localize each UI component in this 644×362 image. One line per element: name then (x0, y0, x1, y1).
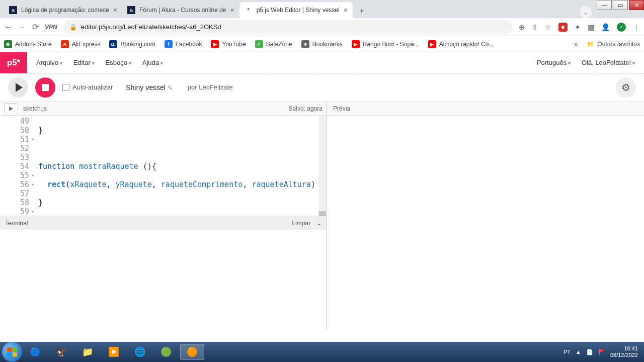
user-menu[interactable]: Olá, LeoFelizate! (582, 59, 635, 66)
tray-clock[interactable]: 16:41 08/12/2022 (610, 345, 638, 358)
sidebar-toggle[interactable]: ▶ (4, 103, 18, 114)
other-bookmarks[interactable]: 📁Outros favoritos (587, 41, 640, 48)
forward-button[interactable]: → (18, 23, 26, 32)
language-dropdown[interactable]: Português (537, 59, 571, 66)
scroll-thumb[interactable] (319, 211, 326, 216)
tab-favicon: a (127, 6, 135, 14)
tab-title: Fórum | Alura - Cursos online de (139, 7, 226, 14)
tray-lang[interactable]: PT (564, 349, 571, 355)
tab-favicon: a (9, 6, 17, 14)
taskbar-chrome-icon[interactable]: 🟢 (154, 344, 178, 360)
save-status: Salvo: agora (289, 105, 323, 112)
translate-icon[interactable]: ⊕ (519, 23, 525, 31)
menu-file[interactable]: Arquivo (36, 59, 62, 66)
vpn-icon[interactable]: VPN (45, 24, 57, 31)
pencil-icon: ✎ (168, 84, 173, 92)
browser-tab-strip: a Lógica de programação: comece × a Fóru… (0, 0, 644, 18)
url-input[interactable]: 🔒 editor.p5js.org/LeoFelizate/sketches/-… (63, 20, 513, 34)
taskbar-explorer-icon[interactable]: 📁 (75, 344, 100, 360)
taskbar-hp-icon[interactable]: 🔵 (23, 344, 47, 360)
taskbar-ie-icon[interactable]: 🌐 (128, 344, 152, 360)
terminal-header: Terminal Limpar ⌄ (0, 216, 327, 230)
bookmark-item[interactable]: ✓SafeZone (255, 40, 292, 48)
bookmark-item[interactable]: ▶Rango Bom - Sopa... (352, 40, 419, 48)
minimize-button[interactable]: — (597, 0, 612, 10)
filename-tab[interactable]: sketch.js (23, 105, 47, 112)
terminal-clear[interactable]: Limpar (292, 220, 310, 227)
side-panel-icon[interactable]: ▥ (588, 23, 594, 31)
play-button[interactable] (8, 77, 28, 98)
tray-icon[interactable]: 🚩 (598, 349, 605, 355)
preview-header: Prévia (327, 102, 644, 116)
maximize-button[interactable]: ▭ (613, 0, 628, 10)
editor-container: ▶ sketch.js Salvo: agora 49 50 51 52 53 … (0, 102, 644, 330)
stop-button[interactable] (35, 77, 55, 98)
extensions-icon[interactable]: ✦ (575, 23, 581, 31)
p5-header: p5* Arquivo Editar Esboço Ajuda Portuguê… (0, 52, 644, 73)
terminal-label: Terminal (5, 220, 28, 227)
bookmark-item[interactable]: fFacebook (165, 40, 202, 48)
bookmark-item[interactable]: ▶YouTube (211, 40, 246, 48)
line-gutter: 49 50 51 52 53 54 55 56 57 58 59 60 61 6… (0, 116, 31, 216)
bookmark-item[interactable]: AAliExpress (61, 40, 101, 48)
bookmark-overflow[interactable]: » (575, 41, 578, 48)
start-button[interactable] (2, 342, 22, 362)
window-controls: — ▭ ✕ (596, 0, 644, 10)
profile-icon[interactable]: 👤 (601, 23, 610, 31)
tab-search-button[interactable]: ⌄ (580, 6, 592, 18)
close-icon[interactable]: × (230, 6, 234, 14)
reload-button[interactable]: ⟳ (32, 22, 39, 32)
bookmark-item[interactable]: ⊕Addons Store (4, 40, 52, 48)
menu-sketch[interactable]: Esboço (106, 59, 131, 66)
share-icon[interactable]: ⇪ (532, 23, 538, 31)
menu-help[interactable]: Ajuda (142, 59, 163, 66)
url-text: editor.p5js.org/LeoFelizate/sketches/-a6… (81, 23, 221, 31)
menu-icon[interactable]: ⋮ (633, 23, 640, 31)
bookmarks-bar: ⊕Addons Store AAliExpress B.Booking.com … (0, 36, 644, 52)
adblock-icon[interactable]: ◆ (558, 23, 568, 32)
code-editor[interactable]: 49 50 51 52 53 54 55 56 57 58 59 60 61 6… (0, 116, 327, 216)
new-tab-button[interactable]: + (355, 4, 369, 18)
auto-refresh-toggle[interactable]: Auto-atualizar (62, 83, 113, 91)
system-tray: PT ▲ 📄 🚩 16:41 08/12/2022 (564, 345, 642, 358)
p5-logo[interactable]: p5* (0, 52, 27, 73)
preview-pane: Prévia (327, 102, 644, 330)
author-label: por LeoFelizate (188, 83, 233, 91)
tab-title: Lógica de programação: comece (21, 7, 109, 14)
close-icon[interactable]: × (113, 6, 117, 14)
shield-icon[interactable]: ✓ (617, 23, 626, 32)
sketch-name[interactable]: Shiny vessel✎ (126, 83, 173, 92)
bookmark-item[interactable]: ▶Almoço rápido! Co... (428, 40, 494, 48)
tray-icon[interactable]: 📄 (586, 349, 593, 355)
file-tab-row: ▶ sketch.js Salvo: agora (0, 102, 327, 116)
checkbox-icon (62, 84, 69, 91)
window-close-button[interactable]: ✕ (629, 0, 644, 10)
browser-tab-active[interactable]: * p5.js Web Editor | Shiny vessel × (239, 2, 353, 18)
terminal-body (0, 230, 327, 330)
taskbar-media-icon[interactable]: ▶️ (102, 344, 126, 360)
tab-title: p5.js Web Editor | Shiny vessel (257, 7, 340, 14)
bookmark-item[interactable]: ★Bookmarks (301, 40, 343, 48)
browser-tab[interactable]: a Lógica de programação: comece × (4, 2, 122, 18)
bookmark-item[interactable]: B.Booking.com (109, 40, 155, 48)
bookmark-star-icon[interactable]: ☆ (545, 23, 551, 31)
code-content[interactable]: } function mostraRaquete (){ rect(xRaque… (31, 116, 327, 216)
address-bar: ← → ⟳ VPN 🔒 editor.p5js.org/LeoFelizate/… (0, 18, 644, 36)
chevron-down-icon[interactable]: ⌄ (316, 220, 321, 227)
close-icon[interactable]: × (344, 6, 348, 14)
menu-edit[interactable]: Editar (73, 59, 95, 66)
settings-button[interactable]: ⚙ (616, 77, 636, 98)
taskbar-app-icon[interactable]: 🦅 (49, 344, 73, 360)
tab-favicon: * (245, 6, 253, 14)
code-pane: ▶ sketch.js Salvo: agora 49 50 51 52 53 … (0, 102, 327, 330)
windows-taskbar: 🔵 🦅 📁 ▶️ 🌐 🟢 🟠 PT ▲ 📄 🚩 16:41 08/12/2022 (0, 342, 644, 362)
browser-tab[interactable]: a Fórum | Alura - Cursos online de × (122, 2, 239, 18)
taskbar-opera-icon[interactable]: 🟠 (180, 344, 204, 360)
scrollbar[interactable] (318, 116, 327, 216)
tray-icon[interactable]: ▲ (576, 349, 581, 355)
lock-icon: 🔒 (69, 24, 77, 31)
back-button[interactable]: ← (4, 23, 12, 32)
p5-toolbar: Auto-atualizar Shiny vessel✎ por LeoFeli… (0, 73, 644, 102)
